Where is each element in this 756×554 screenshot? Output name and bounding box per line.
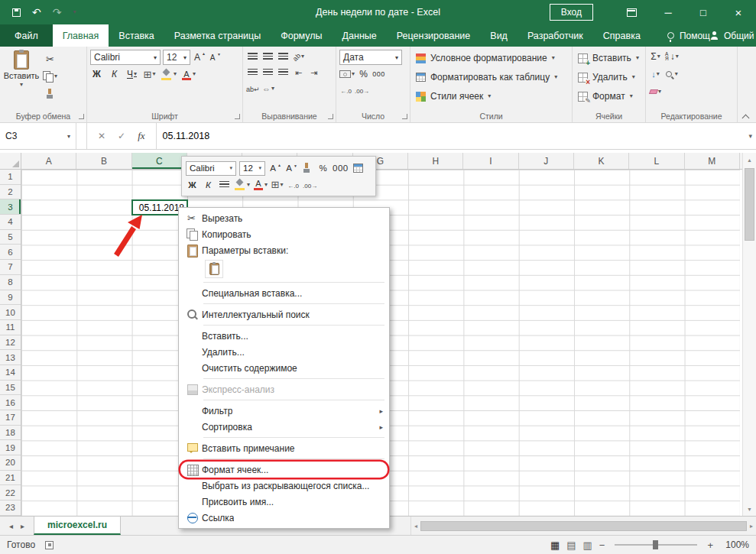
scroll-left-icon[interactable]: ◂ xyxy=(414,523,417,530)
confirm-entry-icon[interactable]: ✓ xyxy=(118,131,125,141)
expand-formula-bar-icon[interactable]: ▾ xyxy=(748,132,752,140)
next-sheet-icon[interactable]: ▸ xyxy=(21,522,24,530)
ribbon-tab[interactable]: Главная xyxy=(53,24,109,47)
dialog-launcher-icon[interactable] xyxy=(402,114,407,119)
row-header[interactable]: 9 xyxy=(0,290,21,306)
column-header[interactable]: C xyxy=(132,153,187,169)
find-select-button[interactable]: ▾ xyxy=(665,67,679,81)
mini-increase-decimal-button[interactable] xyxy=(287,178,300,191)
undo-icon[interactable]: ↶ xyxy=(32,6,41,18)
bold-button[interactable]: Ж xyxy=(90,67,103,81)
column-header[interactable]: H xyxy=(408,153,463,169)
align-top-button[interactable] xyxy=(246,50,259,63)
menu-item[interactable]: Присвоить имя... xyxy=(180,494,388,510)
align-left-button[interactable] xyxy=(246,66,259,79)
mini-percent-button[interactable]: % xyxy=(316,162,329,175)
row-header[interactable]: 23 xyxy=(0,501,21,516)
zoom-in-icon[interactable]: + xyxy=(707,539,713,551)
maximize-button[interactable]: □ xyxy=(686,0,721,24)
ribbon-tab[interactable]: Вставка xyxy=(109,24,164,47)
column-header[interactable]: A xyxy=(21,153,76,169)
row-header[interactable]: 22 xyxy=(0,485,21,501)
select-all-button[interactable] xyxy=(0,153,21,169)
column-header[interactable]: K xyxy=(574,153,629,169)
page-break-view-icon[interactable]: ▥ xyxy=(583,540,592,550)
menu-item[interactable]: Вырезать xyxy=(180,210,388,226)
scroll-right-icon[interactable]: ▸ xyxy=(750,523,753,530)
menu-item[interactable]: Фильтр▸ xyxy=(180,403,388,419)
name-box-splitter[interactable] xyxy=(76,123,87,149)
delete-cells-button[interactable]: Удалить▾ xyxy=(576,69,641,86)
mini-table-button[interactable] xyxy=(352,162,365,175)
row-header[interactable]: 7 xyxy=(0,260,21,275)
cell-styles-button[interactable]: Стили ячеек▾ xyxy=(414,88,560,105)
row-header[interactable]: 18 xyxy=(0,426,21,441)
font-color-button[interactable]: ▾ xyxy=(181,67,196,81)
wrap-text-button[interactable] xyxy=(246,82,260,96)
dialog-launcher-icon[interactable] xyxy=(235,114,240,119)
column-header[interactable]: L xyxy=(629,153,684,169)
menu-item[interactable]: Вставить... xyxy=(180,328,388,344)
mini-borders-button[interactable]: ▾ xyxy=(271,178,284,191)
column-header[interactable]: B xyxy=(76,153,131,169)
mini-italic-button[interactable]: К xyxy=(202,178,215,191)
font-size-combo[interactable]: 12 xyxy=(163,50,190,65)
row-header[interactable]: 13 xyxy=(0,350,21,365)
mini-decrease-font-button[interactable]: А xyxy=(284,162,297,175)
underline-button[interactable]: Ч▾ xyxy=(125,67,138,81)
save-icon[interactable] xyxy=(12,8,21,17)
fill-color-button[interactable]: ▾ xyxy=(161,67,177,81)
menu-item[interactable]: Копировать xyxy=(180,226,388,242)
mini-decrease-decimal-button[interactable] xyxy=(303,178,317,191)
sheet-tab-active[interactable]: microexcel.ru xyxy=(34,517,121,535)
row-header[interactable]: 4 xyxy=(0,215,21,230)
decrease-indent-button[interactable] xyxy=(292,66,305,79)
row-header[interactable]: 16 xyxy=(0,395,21,410)
paste-button[interactable]: Вставить ▾ xyxy=(3,50,40,109)
column-header[interactable]: I xyxy=(463,153,518,169)
row-header[interactable]: 2 xyxy=(0,185,21,200)
sign-in-button[interactable]: Вход xyxy=(550,4,593,21)
ribbon-display-options-icon[interactable] xyxy=(627,8,637,17)
comma-format-button[interactable]: 000 xyxy=(372,67,385,81)
normal-view-icon[interactable]: ▦ xyxy=(550,540,560,550)
macro-record-icon[interactable] xyxy=(45,541,54,549)
format-painter-button[interactable] xyxy=(43,87,57,101)
scroll-down-icon[interactable]: ▼ xyxy=(743,503,756,515)
menu-item[interactable]: Удалить... xyxy=(180,344,388,360)
customize-quick-access-icon[interactable]: ▾ xyxy=(73,9,76,15)
mini-comma-button[interactable]: 000 xyxy=(333,162,349,175)
align-middle-button[interactable] xyxy=(261,50,274,63)
column-header[interactable]: M xyxy=(685,153,740,169)
formula-input[interactable]: 05.11.2018 xyxy=(156,123,756,149)
paste-option-button[interactable] xyxy=(205,260,223,278)
ribbon-tab[interactable]: Рецензирование xyxy=(387,24,481,47)
merge-center-button[interactable]: ▾ xyxy=(262,82,275,96)
zoom-slider-thumb[interactable] xyxy=(653,540,658,549)
orientation-button[interactable]: ▾ xyxy=(292,50,305,63)
menu-item[interactable]: Выбрать из раскрывающегося списка... xyxy=(180,478,388,494)
cut-button[interactable] xyxy=(43,52,57,66)
row-header[interactable]: 21 xyxy=(0,471,21,486)
mini-font-color-button[interactable]: ▾ xyxy=(253,178,268,191)
copy-button[interactable]: ▾ xyxy=(43,70,57,83)
menu-item[interactable]: Интеллектуальный поиск xyxy=(180,306,388,322)
dialog-launcher-icon[interactable] xyxy=(79,114,84,119)
menu-item[interactable]: Сортировка▸ xyxy=(180,419,388,435)
mini-format-painter-button[interactable] xyxy=(300,162,313,175)
row-header[interactable]: 15 xyxy=(0,381,21,396)
fill-button[interactable]: ▾ xyxy=(649,67,662,81)
row-header[interactable]: 8 xyxy=(0,275,21,290)
menu-item-format-cells[interactable]: Формат ячеек... xyxy=(180,462,388,478)
ribbon-tab[interactable]: Данные xyxy=(333,24,387,47)
row-header[interactable]: 14 xyxy=(0,365,21,381)
clear-button[interactable]: ▾ xyxy=(649,85,662,99)
borders-button[interactable]: ▾ xyxy=(143,67,156,81)
mini-fill-color-button[interactable]: ▾ xyxy=(234,178,250,191)
scroll-up-icon[interactable]: ▲ xyxy=(743,154,756,166)
minimize-button[interactable]: ─ xyxy=(651,0,686,24)
row-header[interactable]: 5 xyxy=(0,230,21,245)
zoom-level[interactable]: 100% xyxy=(720,539,749,550)
increase-font-button[interactable]: А xyxy=(193,50,206,64)
align-bottom-button[interactable] xyxy=(277,50,290,63)
